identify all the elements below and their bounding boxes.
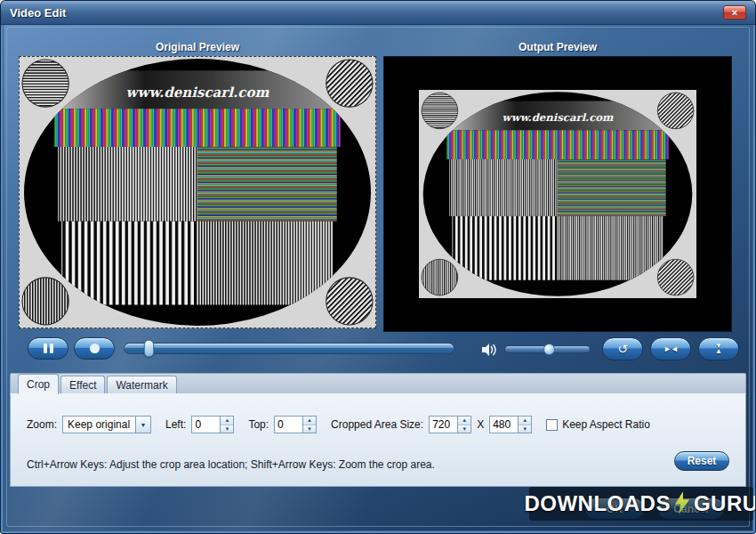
crop-tab-panel: Zoom: Keep original ▼ Left: ▲ ▼ Top: <box>10 393 746 487</box>
left-input[interactable] <box>192 417 220 433</box>
crop-controls-row: Zoom: Keep original ▼ Left: ▲ ▼ Top: <box>27 416 655 433</box>
original-preview-label: Original Preview <box>19 41 376 53</box>
top-label: Top: <box>248 418 269 431</box>
tab-strip: Crop Effect Watermark <box>10 373 746 393</box>
output-preview-label: Output Preview <box>383 41 732 53</box>
compare-button[interactable]: ► ◄ <box>650 337 691 360</box>
output-preview-image: www.deniscarl.com <box>419 90 696 298</box>
edit-panel: Crop Effect Watermark Zoom: Keep origina… <box>10 373 746 487</box>
volume-slider[interactable] <box>504 345 591 353</box>
original-preview-panel: www.deniscarl.com <box>19 56 376 328</box>
tab-effect[interactable]: Effect <box>60 376 105 393</box>
left-spinner[interactable]: ▲ ▼ <box>191 416 234 433</box>
size-x-label: X <box>477 418 484 431</box>
spin-up-icon[interactable]: ▲ <box>519 417 531 425</box>
close-icon: × <box>732 7 737 18</box>
svg-text:www.deniscarl.com: www.deniscarl.com <box>503 111 614 124</box>
spin-up-icon[interactable]: ▲ <box>221 417 233 425</box>
crop-height-spinner[interactable]: ▲ ▼ <box>489 416 532 433</box>
crop-width-input[interactable] <box>430 417 457 433</box>
volume-knob[interactable] <box>543 344 555 355</box>
window-title: Video Edit <box>10 6 66 20</box>
flip-button[interactable]: ▼ ▲ <box>698 337 739 360</box>
tab-crop[interactable]: Crop <box>18 374 59 394</box>
tab-watermark[interactable]: Watermark <box>107 376 176 393</box>
spin-down-icon[interactable]: ▼ <box>519 425 531 433</box>
spin-up-icon[interactable]: ▲ <box>458 417 470 425</box>
watermark-left-text: DOWNLOADS <box>524 491 670 516</box>
stop-button[interactable] <box>74 337 115 360</box>
stop-icon <box>90 344 100 353</box>
rotate-icon: ↺ <box>617 342 628 356</box>
close-button[interactable]: × <box>723 5 746 20</box>
spin-down-icon[interactable]: ▼ <box>221 425 233 433</box>
top-spinner[interactable]: ▲ ▼ <box>274 416 317 433</box>
cropped-size-label: Cropped Area Size: <box>331 418 423 431</box>
pause-icon <box>44 344 47 353</box>
watermark-right-text: GURU <box>694 491 756 516</box>
reset-button[interactable]: Reset <box>674 451 729 471</box>
spin-down-icon[interactable]: ▼ <box>303 425 316 433</box>
zoom-select[interactable]: Keep original ▼ <box>62 416 151 433</box>
left-label: Left: <box>165 418 186 431</box>
crop-help-text: Ctrl+Arrow Keys: Adjust the crop area lo… <box>27 458 435 471</box>
spin-down-icon[interactable]: ▼ <box>458 425 470 433</box>
dropdown-arrow-icon[interactable]: ▼ <box>135 417 150 433</box>
volume-icon <box>481 343 496 357</box>
rotate-button[interactable]: ↺ <box>602 337 643 360</box>
compare-icon-right: ◄ <box>671 344 678 353</box>
output-preview-panel: www.deniscarl.com <box>383 56 732 332</box>
transport-bar: ↺ ► ◄ ▼ ▲ <box>19 336 739 363</box>
crop-height-input[interactable] <box>490 417 518 433</box>
crop-width-spinner[interactable]: ▲ ▼ <box>429 416 471 433</box>
compare-icon-left: ► <box>664 344 671 353</box>
top-input[interactable] <box>275 417 302 433</box>
keep-aspect-checkbox[interactable] <box>546 419 558 431</box>
lightning-icon <box>673 491 691 517</box>
seek-thumb[interactable] <box>144 340 154 357</box>
titlebar[interactable]: Video Edit <box>1 1 755 25</box>
seek-slider[interactable] <box>124 343 454 354</box>
video-edit-window: Video Edit × Original Preview Output Pre… <box>0 0 756 534</box>
pause-button[interactable] <box>28 337 68 360</box>
zoom-label: Zoom: <box>27 418 57 431</box>
keep-aspect-label: Keep Aspect Ratio <box>562 418 650 431</box>
spin-up-icon[interactable]: ▲ <box>303 417 316 425</box>
zoom-value: Keep original <box>63 418 135 431</box>
flip-icon: ▼ ▲ <box>715 344 722 354</box>
downloads-guru-watermark: DOWNLOADS GURU <box>529 487 753 521</box>
crop-selection-marquee[interactable] <box>19 56 376 328</box>
